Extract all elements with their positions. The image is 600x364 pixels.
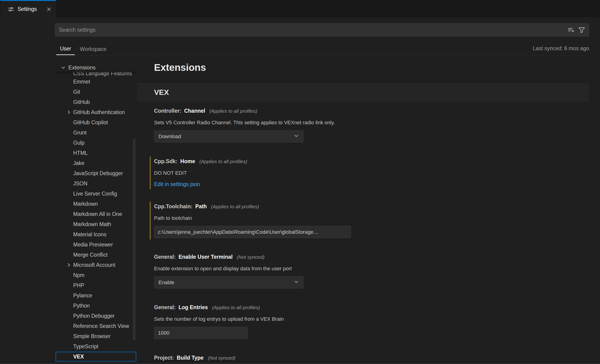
log-entries-input[interactable] xyxy=(154,327,248,339)
setting-enable-user-terminal: General: Enable User Terminal (Not synce… xyxy=(154,253,600,289)
toc-item-gulp[interactable]: Gulp xyxy=(55,138,137,148)
section-header-vex: VEX xyxy=(137,83,589,102)
setting-scope-annotation: (Not synced) xyxy=(208,355,235,361)
toc-item-emmet[interactable]: Emmet xyxy=(55,77,137,87)
toc-item-merge-conflict[interactable]: Merge Conflict xyxy=(55,250,137,260)
toc-item-microsoft-account[interactable]: Microsoft Account xyxy=(55,260,137,270)
setting-description: Sets the number of log entrys to upload … xyxy=(154,316,600,323)
toc-item-label: Jake xyxy=(73,160,84,166)
modified-indicator-bar xyxy=(150,156,151,189)
toc-item-markdown-math[interactable]: Markdown Math xyxy=(55,219,137,229)
clear-search-filters-icon[interactable] xyxy=(567,26,575,34)
setting-name: Channel xyxy=(184,108,205,114)
edit-in-settings-json-link[interactable]: Edit in settings.json xyxy=(154,181,200,188)
settings-sliders-icon xyxy=(7,6,14,13)
toc-item-label: VEX xyxy=(73,354,84,360)
toc-item-vex[interactable]: VEX xyxy=(55,352,137,362)
toc-item-github[interactable]: GitHub xyxy=(55,97,137,107)
toc-item-html[interactable]: HTML xyxy=(55,148,137,158)
toc-item-label: Simple Browser xyxy=(73,333,111,339)
select-value: Download xyxy=(159,134,181,139)
toc-item-label: Grunt xyxy=(73,130,87,136)
setting-title: Project: Build Type (Not synced) xyxy=(154,354,600,362)
toc-item-label: Npm xyxy=(73,272,84,278)
settings-list: Controller: Channel (Applies to all prof… xyxy=(137,102,600,362)
chevron-down-icon xyxy=(293,279,299,286)
setting-title: Cpp.Toolchain: Path (Applies to all prof… xyxy=(154,203,600,210)
toc-item-npm[interactable]: Npm xyxy=(55,270,137,280)
toc-item-label: Markdown xyxy=(73,201,98,207)
channel-select[interactable]: Download xyxy=(154,130,303,143)
toc-item-pylance[interactable]: Pylance xyxy=(55,291,137,300)
setting-category: General: xyxy=(154,254,176,260)
toc-item-reference-search-view[interactable]: Reference Search View xyxy=(55,321,137,331)
search-actions xyxy=(567,26,589,34)
toc-item-typescript[interactable]: TypeScript xyxy=(55,341,137,352)
toc-item-simple-browser[interactable]: Simple Browser xyxy=(55,331,137,341)
toc-item-media-previewer[interactable]: Media Previewer xyxy=(55,239,137,250)
toc-item-github-copilot[interactable]: GitHub Copilot xyxy=(55,117,137,127)
filter-icon[interactable] xyxy=(578,26,586,34)
toc-item-javascript-debugger[interactable]: JavaScript Debugger xyxy=(55,168,137,178)
toc-item-markdown-all-in-one[interactable]: Markdown All in One xyxy=(55,209,137,219)
toc-item-label: Python xyxy=(73,303,90,309)
toolchain-path-input[interactable] xyxy=(154,226,351,238)
toc-item-python-debugger[interactable]: Python Debugger xyxy=(55,311,137,321)
setting-name: Log Entries xyxy=(178,304,208,310)
bottom-panel-edge xyxy=(0,362,600,364)
setting-cpp-sdk-home: Cpp.Sdk: Home (Applies to all profiles) … xyxy=(154,158,600,188)
setting-cpp-toolchain-path: Cpp.Toolchain: Path (Applies to all prof… xyxy=(154,203,600,238)
setting-description: Path to toolchain xyxy=(154,215,600,222)
tab-title: Settings xyxy=(18,6,37,12)
setting-controller-channel: Controller: Channel (Applies to all prof… xyxy=(154,107,600,143)
modified-indicator-bar xyxy=(150,201,151,239)
toc-item-label: Merge Conflict xyxy=(73,252,107,258)
toc-item-label: Material Icons xyxy=(73,231,106,238)
toc-item-label: JavaScript Debugger xyxy=(73,170,123,177)
toc-item-markdown[interactable]: Markdown xyxy=(55,199,137,209)
toc-item-material-icons[interactable]: Material Icons xyxy=(55,229,137,239)
toc-item-github-authentication[interactable]: GitHub Authentication xyxy=(55,107,137,117)
chevron-down-icon xyxy=(60,65,66,70)
tab-workspace[interactable]: Workspace xyxy=(79,43,107,55)
toc-item-label: Media Previewer xyxy=(73,242,113,248)
page-title: Extensions xyxy=(154,62,206,73)
setting-scope-annotation: (Not synced) xyxy=(237,254,264,260)
toc-item-label: Microsoft Account xyxy=(73,262,115,268)
toc-item-label: PHP xyxy=(73,282,84,289)
close-icon[interactable] xyxy=(45,5,53,13)
setting-title: Controller: Channel (Applies to all prof… xyxy=(154,107,600,115)
setting-category: General: xyxy=(154,304,176,310)
toc-item-label: HTML xyxy=(73,150,88,156)
setting-name: Enable User Terminal xyxy=(178,254,233,260)
tab-user-label: User xyxy=(60,46,71,52)
user-terminal-select[interactable]: Enable xyxy=(154,276,303,289)
last-synced-status: Last synced: 6 mos ago xyxy=(533,45,589,52)
toc-item-python[interactable]: Python xyxy=(55,300,137,311)
search-input[interactable] xyxy=(55,23,567,36)
setting-name: Path xyxy=(195,203,207,209)
settings-editor-window: Settings User xyxy=(0,0,600,364)
setting-title: General: Enable User Terminal (Not synce… xyxy=(154,253,600,261)
setting-scope-annotation: (Applies to all profiles) xyxy=(211,204,259,209)
toc-root-label: Extensions xyxy=(68,64,95,71)
setting-scope-annotation: (Applies to all profiles) xyxy=(212,305,260,310)
toc-item-jake[interactable]: Jake xyxy=(55,158,137,168)
settings-tab[interactable]: Settings xyxy=(0,0,56,17)
toc-item-json[interactable]: JSON xyxy=(55,178,137,189)
section-title: VEX xyxy=(154,88,169,97)
toc-root-extensions[interactable]: Extensions xyxy=(55,63,137,72)
toc-item-git[interactable]: Git xyxy=(55,87,137,97)
toc-item-label: GitHub xyxy=(73,99,90,105)
setting-description: Sets V5 Controller Radio Channel. This s… xyxy=(154,119,600,126)
toc-item-grunt[interactable]: Grunt xyxy=(55,127,137,138)
setting-title: Cpp.Sdk: Home (Applies to all profiles) xyxy=(154,158,600,165)
setting-category: Controller: xyxy=(154,108,181,114)
search-settings-box xyxy=(55,23,589,36)
editor-tab-bar: Settings xyxy=(0,0,600,17)
toc-item-php[interactable]: PHP xyxy=(55,280,137,291)
tab-user[interactable]: User xyxy=(56,43,75,55)
toc-item-live-server-config[interactable]: Live Server Config xyxy=(55,189,137,199)
setting-scope-annotation: (Applies to all profiles) xyxy=(209,108,257,114)
settings-toc: CSS Language Features Extensions EmmetGi… xyxy=(55,56,137,362)
